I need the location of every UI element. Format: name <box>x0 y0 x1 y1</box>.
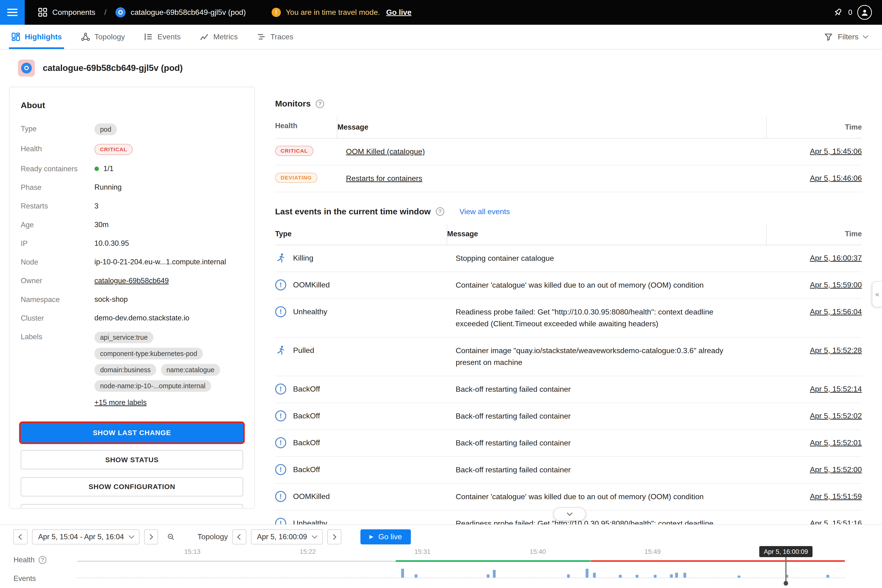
event-type: BackOff <box>293 438 320 447</box>
monitor-message-link[interactable]: OOM Killed (catalogue) <box>346 147 425 156</box>
field-value: sock-shop <box>94 294 128 304</box>
about-row-restarts: Restarts 3 <box>21 197 243 215</box>
event-time-link[interactable]: Apr 5, 15:59:00 <box>810 280 862 289</box>
components-grid-icon <box>38 8 47 17</box>
filter-funnel-icon <box>824 33 833 41</box>
tab-label: Events <box>158 33 181 41</box>
field-value: 30m <box>94 219 109 230</box>
event-row: ! BackOff Back-off restarting failed con… <box>275 430 862 457</box>
panel-expander[interactable]: « <box>872 281 882 307</box>
about-card: About Type pod Health CRITICAL Ready con… <box>9 87 255 508</box>
alert-circle-icon: ! <box>275 518 286 524</box>
events-histogram <box>0 525 882 578</box>
go-live-link[interactable]: Go live <box>386 8 411 17</box>
show-status-button[interactable]: SHOW STATUS <box>21 450 243 469</box>
breadcrumb-separator: / <box>104 8 106 17</box>
expand-events-button[interactable] <box>554 507 586 521</box>
tab-metrics[interactable]: Metrics <box>200 25 238 49</box>
filters-button[interactable]: Filters <box>824 33 882 41</box>
pin-icon[interactable] <box>832 7 843 18</box>
time-travel-banner: ! You are in time travel mode. Go live <box>272 8 411 17</box>
tab-label: Topology <box>94 33 125 41</box>
field-value: 10.0.30.95 <box>94 238 129 248</box>
monitor-message-link[interactable]: Restarts for containers <box>346 174 422 183</box>
field-label: IP <box>21 238 94 248</box>
event-time-link[interactable]: Apr 5, 15:51:16 <box>810 519 862 524</box>
show-logs-button[interactable]: SHOW LOGS <box>21 504 243 508</box>
event-type-icon: ! <box>275 464 286 476</box>
events-timeline-baseline <box>77 578 845 578</box>
breadcrumb-entity[interactable]: catalogue-69b58cb649-gjl5v (pod) <box>131 8 246 17</box>
about-row-owner: Owner catalogue-69b58cb649 <box>21 272 243 290</box>
more-labels-link[interactable]: +15 more labels <box>94 398 147 408</box>
time-marker[interactable] <box>785 557 787 583</box>
about-row-type: Type pod <box>21 119 243 139</box>
field-label: Restarts <box>21 201 94 211</box>
event-type: Pulled <box>293 346 314 355</box>
event-row: ! Killing Stopping container catalogue A… <box>275 245 862 272</box>
view-all-events-link[interactable]: View all events <box>459 207 510 216</box>
hamburger-menu-button[interactable] <box>0 0 25 25</box>
tab-events[interactable]: Events <box>144 25 181 49</box>
events-icon <box>144 32 153 41</box>
tab-traces[interactable]: Traces <box>257 25 293 49</box>
event-time-link[interactable]: Apr 5, 15:52:00 <box>810 465 862 474</box>
event-time-link[interactable]: Apr 5, 15:56:04 <box>810 308 862 316</box>
column-header-type: Type <box>275 224 447 245</box>
page-title: catalogue-69b58cb649-gjl5v (pod) <box>43 63 183 73</box>
show-last-change-button[interactable]: SHOW LAST CHANGE <box>21 423 243 442</box>
event-type: Killing <box>293 254 314 262</box>
breadcrumb-components[interactable]: Components <box>52 8 95 17</box>
hamburger-icon <box>7 9 17 10</box>
monitors-table-header: Health Message Time <box>275 117 862 138</box>
owner-link[interactable]: catalogue-69b58cb649 <box>94 277 169 285</box>
time-marker-dot[interactable] <box>783 581 788 585</box>
field-value: Running <box>94 182 122 192</box>
event-row: ! OOMKilled Container 'catalogue' was ki… <box>275 484 862 510</box>
event-row: ! OOMKilled Container 'catalogue' was ki… <box>275 272 862 299</box>
alert-circle-icon: ! <box>275 279 286 291</box>
alert-circle-icon: ! <box>275 410 286 422</box>
monitor-time-link[interactable]: Apr 5, 15:45:06 <box>810 147 862 156</box>
field-label: Age <box>21 219 94 229</box>
event-time-link[interactable]: Apr 5, 15:52:14 <box>810 385 862 393</box>
event-time-link[interactable]: Apr 5, 15:52:01 <box>810 438 862 447</box>
events-header: Last events in the current time window ?… <box>275 207 862 216</box>
events-help-icon[interactable]: ? <box>436 207 444 216</box>
monitor-row: DEVIATING Restarts for containers Apr 5,… <box>275 165 862 192</box>
warning-icon: ! <box>272 8 280 17</box>
event-type: OOMKilled <box>293 280 330 289</box>
tab-label: Metrics <box>213 33 238 41</box>
monitors-help-icon[interactable]: ? <box>316 100 324 108</box>
field-label: Phase <box>21 182 94 192</box>
show-configuration-button[interactable]: SHOW CONFIGURATION <box>21 477 243 496</box>
event-message: Back-off restarting failed container <box>447 464 766 476</box>
tab-highlights[interactable]: Highlights <box>11 25 62 49</box>
field-label: Type <box>21 123 94 133</box>
label-pill: domain:business <box>94 364 156 376</box>
field-label: Owner <box>21 276 94 285</box>
field-value: demo-dev.demo.stackstate.io <box>94 313 189 323</box>
event-time-link[interactable]: Apr 5, 15:51:59 <box>810 492 862 501</box>
event-time-link[interactable]: Apr 5, 15:52:02 <box>810 411 862 420</box>
user-avatar[interactable] <box>857 5 872 20</box>
event-row: ! Pulled Container image "quay.io/stacks… <box>275 338 862 376</box>
person-icon <box>860 7 870 17</box>
tab-topology[interactable]: Topology <box>81 25 125 49</box>
event-message: Readiness probe failed: Get "http://10.0… <box>447 518 766 524</box>
events-table: Type Message Time <box>275 224 862 524</box>
alert-circle-icon: ! <box>275 464 286 476</box>
column-header-time: Time <box>766 224 862 245</box>
event-time-link[interactable]: Apr 5, 16:00:37 <box>810 254 862 262</box>
column-header-health: Health <box>275 117 337 138</box>
about-row-health: Health CRITICAL <box>21 140 243 159</box>
events-rows: ! Killing Stopping container catalogue A… <box>275 245 862 524</box>
monitor-time-link[interactable]: Apr 5, 15:46:06 <box>810 174 862 182</box>
monitors-table: Health Message Time CRITICAL OOM Killed … <box>275 117 862 192</box>
event-type-icon: ! <box>275 252 286 264</box>
event-type: BackOff <box>293 465 320 474</box>
field-label: Cluster <box>21 313 94 322</box>
pod-icon <box>116 7 126 17</box>
field-label: Namespace <box>21 294 94 304</box>
event-time-link[interactable]: Apr 5, 15:52:28 <box>810 346 862 354</box>
